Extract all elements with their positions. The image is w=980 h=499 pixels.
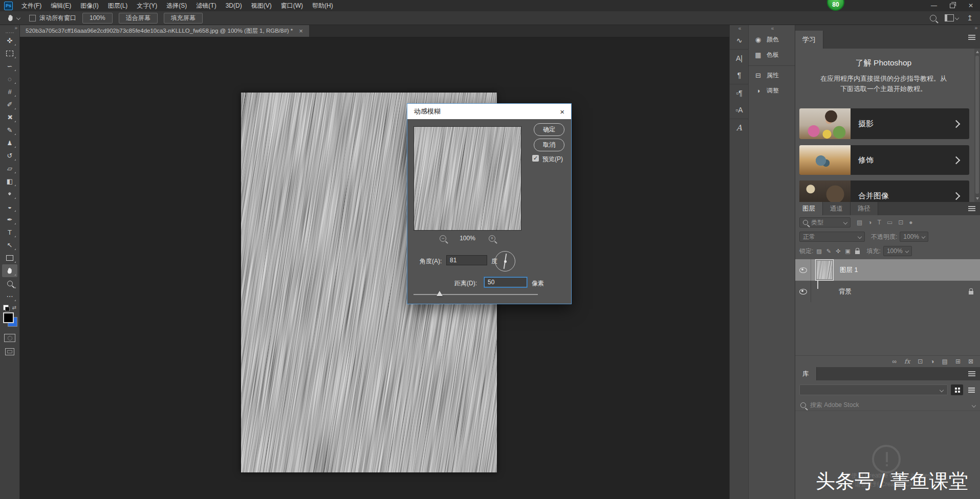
healing-brush-tool[interactable]: ✚	[2, 111, 17, 124]
menu-item[interactable]: 图层(L)	[103, 0, 133, 11]
lock-position-icon[interactable]: ✜	[836, 248, 840, 255]
filter-toggle-icon[interactable]: ●	[909, 219, 912, 226]
eyedropper-tool[interactable]: ✐	[2, 98, 17, 111]
scroll-all-windows-checkbox[interactable]	[29, 15, 36, 21]
move-tool[interactable]: ✜	[2, 34, 17, 47]
scroll-thumb[interactable]	[975, 56, 979, 194]
menu-item[interactable]: 文字(Y)	[132, 0, 162, 11]
menu-item[interactable]: 文件(F)	[17, 0, 46, 11]
card-retouch[interactable]: 修饰	[799, 145, 969, 175]
layer-name[interactable]: 背景	[839, 287, 852, 296]
zoom-in-icon[interactable]: +	[489, 235, 495, 242]
angle-dial[interactable]	[495, 251, 515, 271]
lock-artboard-icon[interactable]: ▣	[845, 248, 850, 255]
fill-screen-button[interactable]: 填充屏幕	[164, 13, 203, 24]
card-photography[interactable]: 摄影	[799, 108, 969, 139]
lock-transparency-icon[interactable]: ▨	[816, 248, 821, 255]
layer-thumbnail[interactable]	[815, 259, 834, 281]
cancel-button[interactable]: 取消	[534, 139, 564, 151]
filter-shape-layers-icon[interactable]: ▭	[887, 219, 892, 226]
menu-item[interactable]: 视图(V)	[247, 0, 276, 11]
paragraph-styles-icon[interactable]: ▫¶	[730, 84, 749, 101]
new-layer-icon[interactable]: ⊞	[955, 358, 961, 365]
toolbar-grip[interactable]	[6, 32, 14, 33]
visibility-cell[interactable]	[795, 259, 811, 281]
layer-filter-select[interactable]: 类型	[799, 217, 851, 228]
blur-tool[interactable]: ♠	[2, 188, 17, 200]
brush-tool[interactable]: ✎	[2, 124, 17, 137]
layer-style-icon[interactable]: fx	[904, 358, 910, 365]
tab-close-icon[interactable]: ×	[299, 27, 303, 35]
card-combine[interactable]: 合并图像	[799, 180, 969, 202]
clone-stamp-tool[interactable]: ♟	[2, 137, 17, 149]
filter-smart-objects-icon[interactable]: ⊡	[898, 219, 903, 226]
restore-button[interactable]	[943, 0, 962, 11]
zoom-100-button[interactable]: 100%	[82, 13, 113, 24]
distance-slider-track[interactable]	[413, 294, 538, 295]
adjustments-panel-button[interactable]: ◑ 调整	[749, 83, 795, 98]
scroll-up-icon[interactable]	[976, 51, 979, 53]
toolbar-expand-icon[interactable]: »	[14, 25, 19, 31]
close-button[interactable]: ✕	[962, 0, 980, 11]
menu-item[interactable]: 3D(D)	[221, 0, 247, 11]
character-panel-icon[interactable]: A|	[730, 49, 749, 66]
delete-layer-icon[interactable]: ⊠	[968, 358, 973, 365]
library-select[interactable]	[799, 384, 948, 395]
foreground-color-swatch[interactable]	[3, 312, 14, 323]
library-search[interactable]: 搜索 Adobe Stock	[795, 400, 980, 411]
panel-menu-icon[interactable]	[968, 35, 975, 36]
layer-mask-icon[interactable]: ⊡	[918, 358, 923, 365]
swap-swatches-icon[interactable]: ⇄	[12, 305, 16, 310]
minimize-button[interactable]: —	[925, 0, 943, 11]
dialog-title-bar[interactable]: 动感模糊 ×	[407, 104, 571, 119]
link-layers-icon[interactable]: ∞	[892, 358, 897, 365]
distance-input[interactable]	[484, 277, 527, 287]
fit-screen-button[interactable]: 适合屏幕	[119, 13, 158, 24]
grid-view-button[interactable]	[951, 384, 963, 395]
paragraph-panel-icon[interactable]: ¶	[730, 66, 749, 84]
share-icon[interactable]: ↥	[967, 14, 973, 22]
preview-checkbox[interactable]: ✓	[532, 155, 539, 162]
edit-toolbar[interactable]: ⋯	[2, 290, 17, 303]
default-swatches-icon[interactable]	[3, 305, 9, 310]
hand-tool[interactable]	[2, 264, 17, 277]
layers-tab[interactable]: 通道	[823, 202, 851, 215]
glyphs-panel-icon[interactable]: A	[730, 119, 749, 136]
gradient-tool[interactable]: ◧	[2, 175, 17, 188]
path-select-tool[interactable]: ↖	[2, 239, 17, 252]
current-tool-button[interactable]	[6, 14, 20, 22]
opacity-select[interactable]: 100%	[900, 232, 928, 242]
quick-mask-button[interactable]	[4, 334, 15, 342]
zoom-tool[interactable]	[2, 277, 17, 290]
tab-learn[interactable]: 学习	[795, 31, 823, 49]
menu-item[interactable]: 图像(I)	[76, 0, 103, 11]
dialog-close-icon[interactable]: ×	[560, 108, 564, 116]
strip-collapse-icon[interactable]: «	[730, 25, 749, 32]
dodge-tool[interactable]: ◒	[2, 200, 17, 213]
history-brush-tool[interactable]: ↺	[2, 149, 17, 162]
screen-mode-button[interactable]	[5, 348, 14, 355]
search-icon[interactable]	[930, 15, 937, 21]
character-styles-icon[interactable]: ▫A	[730, 101, 749, 119]
colors-panel-button[interactable]: ◉ 颜色	[749, 32, 795, 47]
learn-scrollbar[interactable]	[974, 49, 980, 202]
visibility-cell[interactable]	[795, 281, 811, 302]
rectangle-tool[interactable]	[2, 252, 17, 264]
panel-menu-icon[interactable]	[968, 206, 975, 207]
filter-type-layers-icon[interactable]: T	[878, 219, 881, 226]
scroll-down-icon[interactable]	[976, 197, 979, 200]
filter-adjustment-layers-icon[interactable]: ◑	[868, 219, 872, 226]
lock-paint-icon[interactable]: ✎	[826, 248, 831, 255]
swatches-panel-button[interactable]: ▦ 色板	[749, 47, 795, 62]
marquee-tool[interactable]	[2, 47, 17, 60]
fill-select[interactable]: 100%	[883, 246, 912, 256]
crop-tool[interactable]: #	[2, 85, 17, 98]
eraser-tool[interactable]: ▱	[2, 162, 17, 175]
panel-menu-icon[interactable]	[968, 371, 975, 372]
document-tab[interactable]: 520b3a705c37cff16aaa96e2cd902b73c85fe4de…	[19, 25, 309, 37]
brush-settings-icon[interactable]: ∿	[730, 32, 749, 49]
workspace-switcher[interactable]	[945, 14, 959, 21]
lasso-tool[interactable]: ∽	[2, 60, 17, 73]
quick-select-tool[interactable]: ◌	[2, 73, 17, 85]
menu-item[interactable]: 编辑(E)	[46, 0, 76, 11]
